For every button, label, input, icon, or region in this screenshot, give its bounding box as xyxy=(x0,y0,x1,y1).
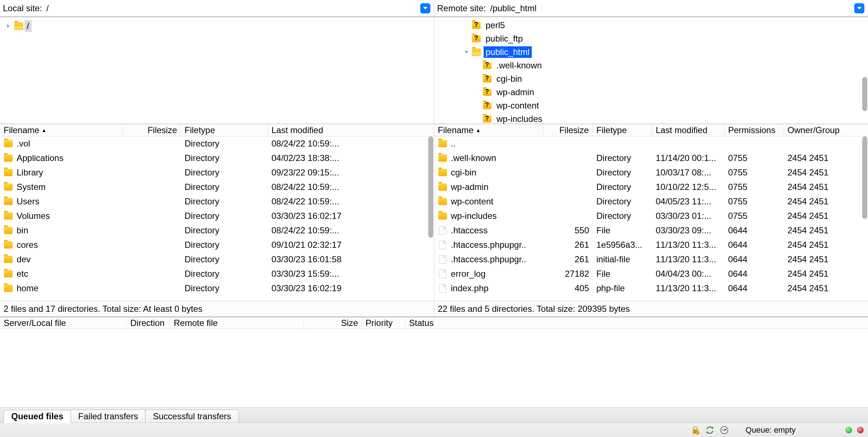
list-row[interactable]: .htaccess.phpupgr..261initial-file11/13/… xyxy=(434,252,868,267)
scrollbar-thumb[interactable] xyxy=(862,77,867,111)
remote-site-dropdown-button[interactable] xyxy=(854,3,864,13)
column-header-lastmodified[interactable]: Last modified xyxy=(652,124,725,136)
cell-lastmodified: 04/05/23 11:... xyxy=(652,196,725,207)
list-row[interactable]: .. xyxy=(434,136,868,151)
tree-item-label: wp-content xyxy=(494,100,541,111)
remote-pane: perl5public_ftppublic_html.well-knowncgi… xyxy=(434,17,868,317)
cell-filename: etc xyxy=(0,269,123,279)
folder-unknown-icon xyxy=(483,115,492,123)
remote-file-list[interactable]: ...well-knownDirectory11/14/20 00:1...07… xyxy=(434,136,868,301)
queue-column-status[interactable]: Status xyxy=(405,317,868,328)
tab-queued-files[interactable]: Queued files xyxy=(4,410,71,423)
list-row[interactable]: wp-adminDirectory10/10/22 12:5...0755245… xyxy=(434,180,868,194)
folder-unknown-icon xyxy=(472,22,481,29)
list-row[interactable]: .well-knownDirectory11/14/20 00:1...0755… xyxy=(434,151,868,165)
list-row[interactable]: LibraryDirectory09/23/22 09:15:... xyxy=(0,165,434,180)
local-site-dropdown-button[interactable] xyxy=(420,3,430,13)
tree-row[interactable]: public_html xyxy=(434,45,868,59)
remote-site-pane: Remote site: xyxy=(434,0,868,17)
tree-row[interactable]: perl5 xyxy=(434,18,868,32)
list-row[interactable]: UsersDirectory08/24/22 10:59:... xyxy=(0,194,434,209)
queue-column-file[interactable]: Server/Local file xyxy=(0,317,127,328)
remote-list-header[interactable]: Filename ▲ Filesize Filetype Last modifi… xyxy=(434,124,868,136)
list-row[interactable]: wp-includesDirectory03/30/23 01:...07552… xyxy=(434,209,868,223)
queue-column-remote[interactable]: Remote file xyxy=(170,317,304,328)
column-header-filetype[interactable]: Filetype xyxy=(181,124,268,136)
chevron-right-icon[interactable] xyxy=(5,24,12,28)
local-directory-tree[interactable]: / xyxy=(0,17,434,124)
list-row[interactable]: homeDirectory03/30/23 16:02:19 xyxy=(0,281,434,296)
remote-site-input[interactable] xyxy=(489,2,865,14)
sort-ascending-icon: ▲ xyxy=(42,127,47,133)
local-site-combo[interactable] xyxy=(45,2,431,14)
list-row[interactable]: wp-contentDirectory04/05/23 11:...075524… xyxy=(434,194,868,209)
column-header-permissions[interactable]: Permissions xyxy=(725,124,784,136)
list-row[interactable]: binDirectory08/24/22 10:59:... xyxy=(0,223,434,238)
cell-filetype: 1e5956a3... xyxy=(593,240,652,250)
list-row[interactable]: index.php405php-file11/13/20 11:3...0644… xyxy=(434,281,868,296)
list-row[interactable]: SystemDirectory08/24/22 10:59:... xyxy=(0,180,434,194)
tree-row[interactable]: public_ftp xyxy=(434,32,868,45)
list-row[interactable]: coresDirectory09/10/21 02:32:17 xyxy=(0,238,434,252)
queue-column-size[interactable]: Size xyxy=(304,317,362,328)
cell-permissions: 0644 xyxy=(725,240,784,250)
column-label: Filesize xyxy=(148,125,177,135)
chevron-down-icon[interactable] xyxy=(463,50,470,54)
folder-icon xyxy=(438,154,447,162)
transfer-queue-body[interactable] xyxy=(0,329,868,407)
connection-indicator-green[interactable] xyxy=(846,427,852,433)
scrollbar-thumb[interactable] xyxy=(428,136,433,238)
list-row[interactable]: .htaccess.phpupgr..2611e5956a3...11/13/2… xyxy=(434,238,868,252)
tree-row[interactable]: wp-admin xyxy=(434,85,868,99)
column-header-filesize[interactable]: Filesize xyxy=(544,124,593,136)
tree-row[interactable]: wp-content xyxy=(434,99,868,112)
cell-permissions: 0644 xyxy=(725,254,784,264)
tree-row[interactable]: wp-includes xyxy=(434,112,868,124)
tree-row[interactable]: cgi-bin xyxy=(434,72,868,85)
folder-unknown-icon xyxy=(472,35,481,42)
tree-row[interactable]: .well-known xyxy=(434,59,868,72)
column-header-filesize[interactable]: Filesize xyxy=(123,124,181,136)
filename-text: etc xyxy=(17,269,28,279)
queue-column-priority[interactable]: Priority xyxy=(362,317,405,328)
cell-lastmodified: 04/02/23 18:38:... xyxy=(268,153,434,163)
list-row[interactable]: ApplicationsDirectory04/02/23 18:38:... xyxy=(0,151,434,165)
connection-indicator-red[interactable] xyxy=(857,427,864,433)
tab-successful-transfers[interactable]: Successful transfers xyxy=(145,410,239,423)
file-icon xyxy=(439,226,446,235)
local-list-header[interactable]: Filename ▲ Filesize Filetype Last modifi… xyxy=(0,124,434,136)
remote-site-combo[interactable] xyxy=(489,2,865,14)
filename-text: Applications xyxy=(17,153,63,163)
queue-column-direction[interactable]: Direction xyxy=(127,317,170,328)
scrollbar-thumb[interactable] xyxy=(862,136,867,219)
cell-permissions: 0644 xyxy=(725,269,784,279)
sync-arrows-icon[interactable] xyxy=(705,425,715,435)
remote-directory-tree[interactable]: perl5public_ftppublic_html.well-knowncgi… xyxy=(434,17,868,124)
file-icon xyxy=(439,270,446,278)
column-label: Filename xyxy=(4,125,39,135)
column-header-filename[interactable]: Filename ▲ xyxy=(434,124,544,136)
local-site-pane: Local site: xyxy=(0,0,434,17)
list-row[interactable]: etcDirectory03/30/23 15:59:... xyxy=(0,267,434,281)
activity-indicator-icon[interactable] xyxy=(720,425,729,435)
tree-row[interactable]: / xyxy=(0,19,434,33)
tab-failed-transfers[interactable]: Failed transfers xyxy=(71,410,146,423)
column-header-filetype[interactable]: Filetype xyxy=(593,124,652,136)
list-row[interactable]: error_log27182File04/04/23 00:...0644245… xyxy=(434,267,868,281)
file-icon xyxy=(439,284,446,293)
local-file-list[interactable]: .volDirectory08/24/22 10:59:...Applicati… xyxy=(0,136,434,301)
list-row[interactable]: .htaccess550File03/30/23 09:...06442454 … xyxy=(434,223,868,238)
lock-warning-icon[interactable]: ! xyxy=(691,425,700,435)
column-header-filename[interactable]: Filename ▲ xyxy=(0,124,123,136)
list-row[interactable]: VolumesDirectory03/30/23 16:02:17 xyxy=(0,209,434,223)
panes-row: / Filename ▲ Filesize Filetype Last modi… xyxy=(0,17,868,317)
column-header-lastmodified[interactable]: Last modified xyxy=(268,124,434,136)
list-row[interactable]: devDirectory03/30/23 16:01:58 xyxy=(0,252,434,267)
column-label: Server/Local file xyxy=(4,318,66,328)
column-header-owner[interactable]: Owner/Group xyxy=(784,124,868,136)
transfer-queue-header[interactable]: Server/Local file Direction Remote file … xyxy=(0,317,868,329)
cell-lastmodified: 11/13/20 11:3... xyxy=(652,254,725,264)
list-row[interactable]: .volDirectory08/24/22 10:59:... xyxy=(0,136,434,151)
list-row[interactable]: cgi-binDirectory10/03/17 08:...07552454 … xyxy=(434,165,868,180)
local-site-input[interactable] xyxy=(45,2,431,14)
